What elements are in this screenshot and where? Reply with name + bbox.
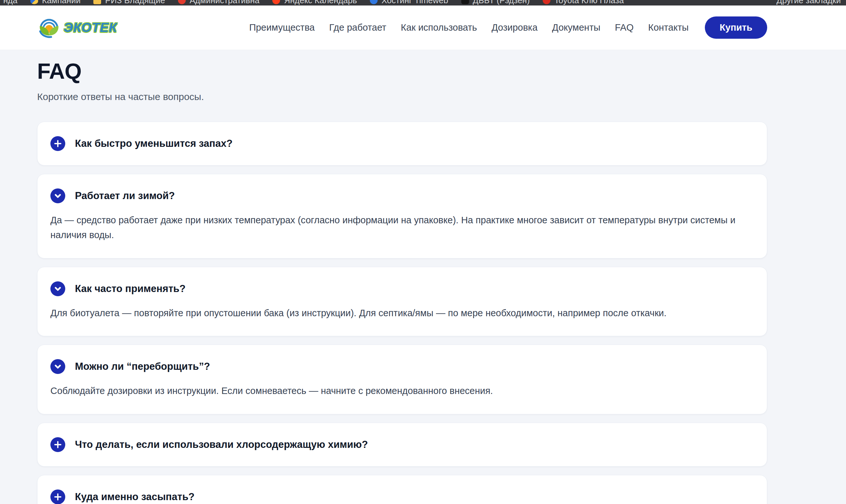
page-subtitle: Короткие ответы на частые вопросы. bbox=[37, 91, 767, 102]
bookmark-item[interactable]: Хостинг Timeweb bbox=[370, 0, 448, 5]
faq-question-label: Можно ли “переборщить”? bbox=[75, 361, 210, 372]
faq-card: Как часто применять?Для биотуалета — пов… bbox=[37, 267, 767, 337]
site-header: ЭКОТЕК ПреимуществаГде работаетКак испол… bbox=[0, 5, 846, 50]
faq-answer: Да — средство работает даже при низких т… bbox=[50, 213, 752, 242]
buy-button[interactable]: Купить bbox=[705, 16, 767, 39]
nav-link[interactable]: Дозировка bbox=[491, 22, 537, 33]
bookmark-label: Кампании bbox=[42, 0, 81, 5]
folder-icon bbox=[93, 0, 101, 4]
chevron-down-icon bbox=[50, 359, 65, 374]
faq-question-toggle[interactable]: Работает ли зимой? bbox=[50, 188, 754, 203]
other-bookmarks-label: Другие закладки bbox=[777, 0, 841, 5]
bookmarks-bar: ндаКампанииРИЗ ВладящиеАдминистративнаЯн… bbox=[0, 0, 846, 5]
faq-question-toggle[interactable]: Куда именно засыпать? bbox=[50, 489, 754, 504]
bookmark-label: Административна bbox=[190, 0, 259, 5]
faq-question-label: Как часто применять? bbox=[75, 283, 186, 294]
faq-question-label: Работает ли зимой? bbox=[75, 190, 175, 202]
faq-question-label: Что делать, если использовали хлорсодерж… bbox=[75, 439, 368, 450]
faq-answer: Для биотуалета — повторяйте при опустоше… bbox=[50, 306, 752, 321]
ecotek-logo[interactable]: ЭКОТЕК bbox=[37, 15, 117, 40]
page-title: FAQ bbox=[37, 58, 767, 84]
other-bookmarks-button[interactable]: Другие закладки bbox=[777, 0, 841, 5]
chevron-down-icon bbox=[50, 188, 65, 203]
bookmark-item[interactable]: Кампании bbox=[30, 0, 81, 5]
faq-card: Как быстро уменьшится запах? bbox=[37, 122, 767, 165]
faq-question-label: Куда именно засыпать? bbox=[75, 491, 194, 503]
faq-section: FAQ Короткие ответы на частые вопросы. К… bbox=[37, 58, 767, 504]
bookmark-label: ДВБТ (Рэдзен) bbox=[473, 0, 530, 5]
red-badge-icon bbox=[543, 0, 550, 4]
red-badge-icon bbox=[272, 0, 280, 4]
bookmark-label: Яндекс Календарь bbox=[284, 0, 357, 5]
faq-card: Куда именно засыпать? bbox=[37, 475, 767, 504]
faq-answer: Соблюдайте дозировки из инструкции. Если… bbox=[50, 384, 752, 398]
nav-link[interactable]: Контакты bbox=[648, 22, 689, 33]
bookmark-item[interactable]: РИЗ Владящие bbox=[93, 0, 165, 5]
bookmark-label: Хостинг Timeweb bbox=[381, 0, 448, 5]
main-nav: ПреимуществаГде работаетКак использовать… bbox=[249, 22, 688, 33]
bookmark-item[interactable]: Административна bbox=[178, 0, 259, 5]
plus-icon bbox=[50, 136, 65, 151]
nav-link[interactable]: Где работает bbox=[329, 22, 386, 33]
faq-question-label: Как быстро уменьшится запах? bbox=[75, 138, 232, 149]
red-badge-icon bbox=[178, 0, 186, 4]
nav-link[interactable]: Преимущества bbox=[249, 22, 315, 33]
bookmark-label: нда bbox=[3, 0, 17, 5]
faq-question-toggle[interactable]: Как часто применять? bbox=[50, 281, 754, 296]
faq-card: Что делать, если использовали хлорсодерж… bbox=[37, 423, 767, 467]
shield-icon bbox=[30, 0, 38, 4]
chevron-down-icon bbox=[50, 281, 65, 296]
faq-card: Можно ли “переборщить”?Соблюдайте дозиро… bbox=[37, 345, 767, 414]
nav-link[interactable]: Документы bbox=[552, 22, 601, 33]
bookmark-item[interactable]: Toyota Клю Плаза bbox=[543, 0, 624, 5]
faq-list: Как быстро уменьшится запах?Работает ли … bbox=[37, 122, 767, 504]
plus-icon bbox=[50, 489, 65, 504]
faq-question-toggle[interactable]: Что делать, если использовали хлорсодерж… bbox=[50, 437, 754, 452]
bookmark-item[interactable]: нда bbox=[0, 0, 17, 5]
plus-icon bbox=[50, 437, 65, 452]
nav-link[interactable]: Как использовать bbox=[401, 22, 477, 33]
bookmark-item[interactable]: Яндекс Календарь bbox=[272, 0, 357, 5]
faq-question-toggle[interactable]: Как быстро уменьшится запах? bbox=[50, 136, 754, 151]
logo-wordmark: ЭКОТЕК bbox=[64, 20, 117, 35]
faq-card: Работает ли зимой?Да — средство работает… bbox=[37, 174, 767, 258]
nav-link[interactable]: FAQ bbox=[615, 22, 634, 33]
faq-question-toggle[interactable]: Можно ли “переборщить”? bbox=[50, 359, 754, 374]
bookmark-item[interactable]: ДВБТ (Рэдзен) bbox=[461, 0, 530, 5]
logo-leaf-sun-icon bbox=[37, 15, 61, 40]
bookmark-label: РИЗ Владящие bbox=[105, 0, 165, 5]
blue-badge-icon bbox=[370, 0, 378, 4]
bookmark-label: Toyota Клю Плаза bbox=[554, 0, 624, 5]
black-badge-icon bbox=[461, 0, 469, 4]
